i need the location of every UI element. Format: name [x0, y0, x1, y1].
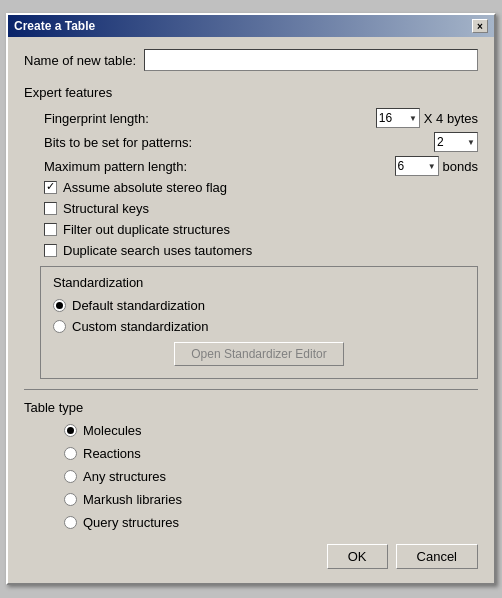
- default-standardization-row: Default standardization: [53, 298, 465, 313]
- title-bar: Create a Table ×: [8, 15, 494, 37]
- markush-libraries-radio[interactable]: [64, 493, 77, 506]
- reactions-radio[interactable]: [64, 447, 77, 460]
- max-pattern-unit: bonds: [443, 159, 478, 174]
- name-input[interactable]: [144, 49, 478, 71]
- filter-duplicates-row: Filter out duplicate structures: [24, 222, 478, 237]
- reactions-label: Reactions: [83, 446, 141, 461]
- dropdown-arrow-icon: ▼: [428, 162, 436, 171]
- query-structures-radio[interactable]: [64, 516, 77, 529]
- assume-stereo-checkbox[interactable]: [44, 181, 57, 194]
- dropdown-arrow-icon: ▼: [409, 114, 417, 123]
- max-pattern-value-area: 6 ▼ bonds: [395, 156, 478, 176]
- dialog-title: Create a Table: [14, 19, 95, 33]
- expert-features-label: Expert features: [24, 85, 478, 100]
- table-type-options: Molecules Reactions Any structures Marku…: [24, 423, 478, 530]
- filter-duplicates-checkbox[interactable]: [44, 223, 57, 236]
- duplicate-tautomers-row: Duplicate search uses tautomers: [24, 243, 478, 258]
- bits-set-row: Bits to be set for patterns: 2 ▼: [24, 132, 478, 152]
- standardization-box: Standardization Default standardization …: [40, 266, 478, 379]
- structural-keys-label: Structural keys: [63, 201, 149, 216]
- default-standardization-label: Default standardization: [72, 298, 205, 313]
- bits-set-label: Bits to be set for patterns:: [44, 135, 434, 150]
- name-label: Name of new table:: [24, 53, 136, 68]
- table-type-section: Table type Molecules Reactions Any struc…: [24, 400, 478, 530]
- standardization-title: Standardization: [53, 275, 465, 290]
- fingerprint-length-row: Fingerprint length: 16 ▼ X 4 bytes: [24, 108, 478, 128]
- divider: [24, 389, 478, 390]
- structural-keys-checkbox[interactable]: [44, 202, 57, 215]
- structural-keys-row: Structural keys: [24, 201, 478, 216]
- bits-value-area: 2 ▼: [434, 132, 478, 152]
- table-type-label: Table type: [24, 400, 478, 415]
- any-structures-row: Any structures: [64, 469, 478, 484]
- create-table-dialog: Create a Table × Name of new table: Expe…: [6, 13, 496, 585]
- expert-features-section: Expert features Fingerprint length: 16 ▼…: [24, 85, 478, 379]
- duplicate-tautomers-checkbox[interactable]: [44, 244, 57, 257]
- ok-button[interactable]: OK: [327, 544, 388, 569]
- custom-standardization-row: Custom standardization: [53, 319, 465, 334]
- assume-stereo-row: Assume absolute stereo flag: [24, 180, 478, 195]
- custom-standardization-radio[interactable]: [53, 320, 66, 333]
- molecules-radio[interactable]: [64, 424, 77, 437]
- fingerprint-unit: X 4 bytes: [424, 111, 478, 126]
- footer-buttons: OK Cancel: [24, 538, 478, 573]
- duplicate-tautomers-label: Duplicate search uses tautomers: [63, 243, 252, 258]
- any-structures-radio[interactable]: [64, 470, 77, 483]
- custom-standardization-label: Custom standardization: [72, 319, 209, 334]
- filter-duplicates-label: Filter out duplicate structures: [63, 222, 230, 237]
- molecules-row: Molecules: [64, 423, 478, 438]
- max-pattern-select[interactable]: 6 ▼: [395, 156, 439, 176]
- open-standardizer-button[interactable]: Open Standardizer Editor: [174, 342, 343, 366]
- any-structures-label: Any structures: [83, 469, 166, 484]
- dropdown-arrow-icon: ▼: [467, 138, 475, 147]
- fingerprint-value-area: 16 ▼ X 4 bytes: [376, 108, 478, 128]
- fingerprint-select[interactable]: 16 ▼: [376, 108, 420, 128]
- default-standardization-radio[interactable]: [53, 299, 66, 312]
- fingerprint-length-label: Fingerprint length:: [44, 111, 376, 126]
- bits-select[interactable]: 2 ▼: [434, 132, 478, 152]
- markush-libraries-label: Markush libraries: [83, 492, 182, 507]
- molecules-label: Molecules: [83, 423, 142, 438]
- close-button[interactable]: ×: [472, 19, 488, 33]
- name-row: Name of new table:: [24, 49, 478, 71]
- assume-stereo-label: Assume absolute stereo flag: [63, 180, 227, 195]
- max-pattern-label: Maximum pattern length:: [44, 159, 395, 174]
- cancel-button[interactable]: Cancel: [396, 544, 478, 569]
- reactions-row: Reactions: [64, 446, 478, 461]
- max-pattern-row: Maximum pattern length: 6 ▼ bonds: [24, 156, 478, 176]
- query-structures-label: Query structures: [83, 515, 179, 530]
- query-structures-row: Query structures: [64, 515, 478, 530]
- dialog-body: Name of new table: Expert features Finge…: [8, 37, 494, 583]
- markush-libraries-row: Markush libraries: [64, 492, 478, 507]
